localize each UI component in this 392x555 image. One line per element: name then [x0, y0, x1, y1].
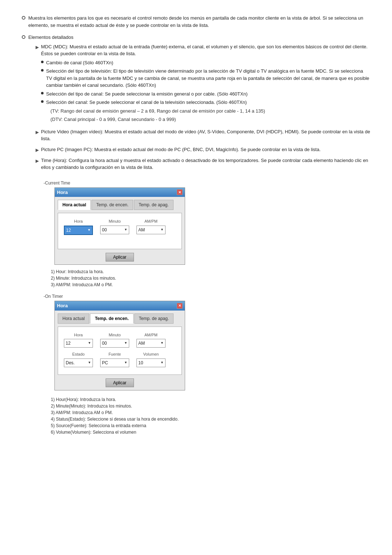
on-apply-button[interactable]: Aplicar: [106, 378, 134, 387]
on-timer-section: -On Timer Hora ✕ Hora actual Temp. de en…: [44, 293, 196, 390]
on-hora-value: 12: [66, 340, 70, 347]
tab-temp-apag[interactable]: Temp. de apag.: [134, 200, 173, 210]
field-col-minuto: Minuto 00 ▼: [100, 218, 129, 235]
field-col-ampm: AM/PM AM ▼: [136, 218, 166, 235]
on-hora-select[interactable]: 12 ▼: [64, 339, 93, 348]
on-minuto-col: Minuto 00 ▼: [100, 332, 129, 348]
on-note-1: 1) Hour(Hora): Introduzca la hora.: [51, 396, 370, 403]
tree-item-time: ▶ Time (Hora): Configura la hora actual …: [36, 157, 370, 171]
on-timer-dialog: Hora ✕ Hora actual Temp. de encen. Temp.…: [54, 301, 185, 390]
bullet2-label: Elementos detallados: [28, 35, 73, 40]
mdc-sub1: Cambio de canal (Sólo 460TXn): [41, 59, 370, 66]
current-time-dialog: Hora ✕ Hora actual Temp. de encen. Temp.…: [54, 187, 185, 265]
on-estado-col: Estado Des. ▼: [64, 351, 93, 367]
tree-arrow-time: ▶: [36, 158, 39, 164]
on-note-5: 5) Source(Fuente): Selecciona la entrada…: [51, 422, 370, 429]
on-ampm-select[interactable]: AM ▼: [136, 339, 166, 348]
on-estado-label: Estado: [64, 351, 93, 357]
current-time-close[interactable]: ✕: [177, 189, 183, 195]
on-fuente-label: Fuente: [100, 351, 129, 357]
on-timer-tabs: Hora actual Temp. de encen. Temp. de apa…: [58, 313, 182, 324]
on-timer-title: Hora: [57, 302, 68, 309]
hora-arrow: ▼: [87, 228, 91, 233]
on-timer-content: Hora 12 ▼ Minuto 00 ▼ AM: [58, 327, 182, 375]
on-volumen-col: Volumen 10 ▼: [136, 351, 166, 367]
on-minuto-label: Minuto: [100, 332, 129, 338]
bullet1-icon: [22, 16, 25, 20]
ampm-arrow: ▼: [160, 227, 164, 232]
tab-temp-encen[interactable]: Temp. de encen.: [91, 200, 133, 210]
note-hour: 1) Hour: Introduzca la hora.: [51, 268, 370, 275]
minuto-select[interactable]: 00 ▼: [100, 226, 129, 234]
hora-label: Hora: [64, 218, 93, 224]
current-time-section: -Current Time Hora ✕ Hora actual Temp. d…: [44, 180, 196, 265]
on-volumen-arrow: ▼: [160, 360, 164, 365]
on-tab-temp-encen[interactable]: Temp. de encen.: [90, 313, 133, 324]
current-time-notes: 1) Hour: Introduzca la hora. 2) Minute: …: [51, 268, 370, 288]
current-time-fields: Hora 12 ▼ Minuto 00 ▼ AM: [64, 218, 176, 235]
on-ampm-value: AM: [138, 340, 145, 347]
ampm-value: AM: [138, 227, 145, 233]
on-estado-select[interactable]: Des. ▼: [64, 358, 93, 367]
on-timer-row2: Estado Des. ▼ Fuente PC ▼: [64, 351, 176, 367]
on-note-4: 4) Status(Estado): Seleccione si desea u…: [51, 416, 370, 422]
picvideo-text: Picture Video (Imagen vídeo): Muestra el…: [41, 128, 370, 142]
on-apply-row: Aplicar: [58, 378, 182, 387]
minuto-arrow: ▼: [124, 227, 127, 232]
bullet1: Muestra los elementos para los que es ne…: [22, 15, 370, 29]
ampm-select[interactable]: AM ▼: [136, 226, 166, 234]
on-timer-titlebar: Hora ✕: [55, 301, 185, 311]
on-fuente-value: PC: [102, 360, 108, 366]
mdc-sub4: Selección del canal: Se puede selecciona…: [41, 99, 370, 106]
on-ampm-arrow: ▼: [160, 341, 164, 346]
on-timer-row1: Hora 12 ▼ Minuto 00 ▼ AM: [64, 332, 176, 348]
hora-value: 12: [66, 227, 71, 234]
on-fuente-select[interactable]: PC ▼: [100, 358, 129, 367]
on-fuente-col: Fuente PC ▼: [100, 351, 129, 367]
tab-hora-actual[interactable]: Hora actual: [58, 200, 91, 210]
on-ampm-label: AM/PM: [136, 332, 166, 338]
on-tab-temp-apag[interactable]: Temp. de apag.: [134, 313, 174, 324]
picpc-text: Picture PC (Imagen PC): Muestra el estad…: [41, 146, 320, 153]
on-volumen-select[interactable]: 10 ▼: [136, 358, 166, 367]
current-apply-row: Aplicar: [58, 253, 182, 262]
ampm-label: AM/PM: [136, 218, 166, 224]
bullet2-icon: [22, 35, 25, 39]
on-minuto-value: 00: [102, 340, 107, 347]
on-ampm-col: AM/PM AM ▼: [136, 332, 166, 348]
mdc-note2: (DTV: Canal principal - 0 a 999, Canal s…: [50, 116, 370, 123]
time-text: Time (Hora): Configura la hora actual y …: [41, 157, 370, 171]
mdc-subitems: Cambio de canal (Sólo 460TXn) Selección …: [41, 59, 370, 123]
note-ampm: 3) AM/PM: Introduzca AM o PM.: [51, 281, 370, 288]
tree-item-picvideo: ▶ Picture Video (Imagen vídeo): Muestra …: [36, 128, 370, 142]
field-col-hora: Hora 12 ▼: [64, 218, 93, 235]
sub-list: ▶ MDC (MDC): Muestra el estado actual de…: [36, 43, 370, 171]
on-hora-label: Hora: [64, 332, 93, 338]
on-timer-label: -On Timer: [44, 293, 63, 300]
on-estado-value: Des.: [66, 360, 75, 366]
mdc-content: MDC (MDC): Muestra el estado actual de l…: [41, 43, 370, 125]
hora-select[interactable]: 12 ▼: [64, 226, 93, 235]
on-hora-col: Hora 12 ▼: [64, 332, 93, 348]
on-volumen-value: 10: [138, 360, 143, 366]
on-minuto-select[interactable]: 00 ▼: [100, 339, 129, 348]
on-timer-close[interactable]: ✕: [177, 303, 183, 309]
tree-item-picpc: ▶ Picture PC (Imagen PC): Muestra el est…: [36, 146, 370, 153]
tree-arrow-mdc: ▶: [36, 44, 39, 50]
current-time-tabs: Hora actual Temp. de encen. Temp. de apa…: [58, 200, 182, 210]
on-fuente-arrow: ▼: [124, 360, 127, 365]
current-apply-button[interactable]: Aplicar: [106, 253, 134, 262]
current-time-body: Hora actual Temp. de encen. Temp. de apa…: [55, 197, 185, 264]
on-hora-arrow: ▼: [88, 341, 91, 346]
on-note-2: 2) Minute(Minuto): Introduzca los minuto…: [51, 403, 370, 409]
bullet1-text: Muestra los elementos para los que es ne…: [28, 15, 370, 29]
on-tab-hora-actual[interactable]: Hora actual: [58, 313, 89, 324]
current-time-title: Hora: [57, 189, 68, 196]
on-note-3: 3) AM/PM: Introduzca AM o PM.: [51, 409, 370, 416]
bullet2: Elementos detallados ▶ MDC (MDC): Muestr…: [22, 34, 370, 175]
mdc-sub2: Selección del tipo de televisión: El tip…: [41, 68, 370, 89]
mdc-sub3: Selección del tipo de canal: Se puede se…: [41, 90, 370, 98]
tree-arrow-picvideo: ▶: [36, 129, 39, 135]
tree-arrow-picpc: ▶: [36, 147, 39, 153]
current-time-titlebar: Hora ✕: [55, 188, 185, 197]
